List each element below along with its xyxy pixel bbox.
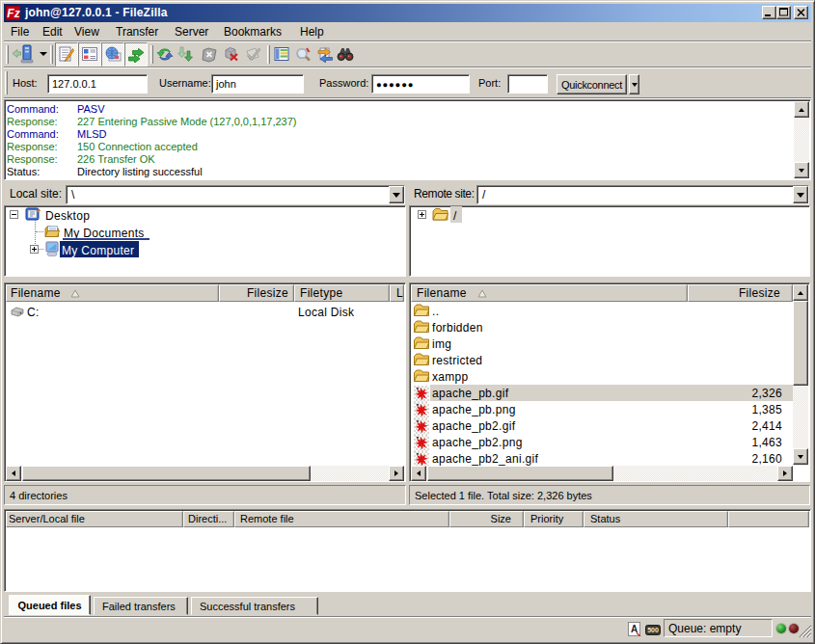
svg-text:Fz: Fz [7,7,19,20]
svg-text:500: 500 [647,627,659,633]
svg-text:A: A [631,624,638,634]
